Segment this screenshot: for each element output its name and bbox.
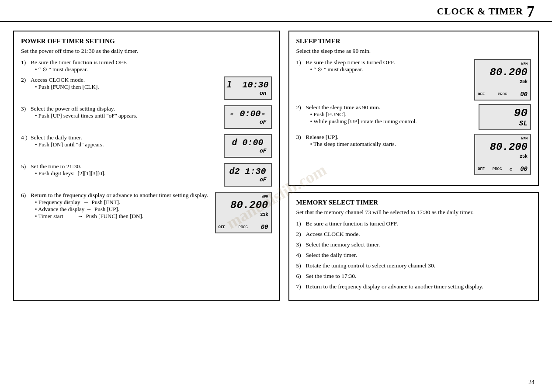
mem-step-6: 6) Set the time to 17:30.: [296, 273, 531, 280]
mem-step-1-content: Be sure a timer function is turned OFF.: [306, 220, 531, 227]
step-5-num: 5): [21, 163, 31, 170]
step-5: 5) Set the time to 21:30. Push digit key…: [21, 163, 272, 188]
sleep-timer-panel: SLEEP TIMER Select the sleep time as 90 …: [288, 31, 539, 186]
off-label: OFF: [219, 225, 226, 229]
step-3-bullet: Push [UP] several times until "oF" appea…: [33, 112, 219, 119]
lcd-sleep-freq-bottom: OFF PROG 00: [478, 91, 528, 98]
step-3-lcd-col: - 0:00- oF: [224, 105, 272, 131]
sleep-step-1-content: Be sure the sleep timer is turned OFF. “…: [306, 59, 531, 101]
mem-step-1-text: Be sure a timer function is turned OFF.: [306, 220, 531, 227]
sleep-step-1-lcd-col: WFM 80.200 25k OFF PROG 00: [474, 59, 531, 101]
step-4-lcd-col: d 0:00 oF: [224, 134, 272, 160]
lcd-step3: - 0:00- oF: [224, 105, 272, 129]
step-4-content: Select the daily timer. Push [DN] until …: [31, 134, 272, 160]
prog-val: 00: [520, 166, 528, 173]
mem-step-1-num: 1): [296, 220, 306, 227]
prog-label: PROG: [493, 167, 502, 171]
step-2: 2) Access CLOCK mode. Push [FUNC] then […: [21, 76, 272, 102]
sleep-step-3: 3) Release [UP]. The sleep timer automat…: [296, 134, 531, 175]
step-3-num: 3): [21, 105, 31, 112]
mem-step-5: 5) Rotate the tuning control to select m…: [296, 262, 531, 269]
lcd-sleep-2-num: 90: [482, 107, 528, 120]
mem-step-3-num: 3): [296, 241, 306, 248]
sleep-step-3-num: 3): [296, 134, 306, 141]
step-6-lcd-col: WFM 80.200 21k OFF PROG 00: [215, 192, 272, 233]
step-2-bullet: Push [FUNC] then [CLK].: [33, 83, 219, 90]
step-6-text: Return to the frequency display or advan…: [31, 192, 211, 199]
wfm-label: WFM: [262, 194, 268, 198]
memory-timer-subtitle: Set that the memory channel 73 will be s…: [296, 209, 531, 216]
mem-step-5-num: 5): [296, 262, 306, 269]
lcd-step2: l 10:30 on: [224, 76, 272, 100]
step-4: 4 ) Select the daily timer. Push [DN] un…: [21, 134, 272, 160]
step-2-text-col: Access CLOCK mode. Push [FUNC] then [CLK…: [31, 76, 219, 90]
lcd-step5: d2 1:30 oF: [224, 163, 272, 187]
step-6-bullet-3: Timer start → Push [FUNC] then [DN].: [33, 213, 211, 220]
lcd-step2-line1: l 10:30: [227, 80, 269, 90]
prog-val: 00: [520, 91, 528, 98]
lcd-sleep-2-sub: SL: [482, 120, 528, 128]
sleep-timer-subtitle: Select the sleep time as 90 min.: [296, 48, 531, 55]
mem-step-2: 2) Access CLOCK mode.: [296, 231, 531, 238]
step-5-text-col: Set the time to 21:30. Push digit keys: …: [31, 163, 219, 177]
step-5-text: Set the time to 21:30.: [31, 163, 219, 170]
mem-step-7: 7) Return to the frequency display or ad…: [296, 283, 531, 290]
mem-step-7-text: Return to the frequency display or advan…: [306, 283, 531, 290]
lcd-sleep-1-freq: WFM 80.200 25k OFF PROG 00: [474, 59, 531, 101]
lcd-step4-line1: d 0:00: [232, 138, 263, 148]
mem-step-3: 3) Select the memory select timer.: [296, 241, 531, 248]
mem-step-4: 4) Select the daily timer.: [296, 252, 531, 259]
sleep-step-2-bullet-1: Push [FUNC].: [309, 111, 475, 118]
lcd-step3-line1: - 0:00-: [229, 109, 266, 119]
sleep-step-1: 1) Be sure the sleep timer is turned OFF…: [296, 59, 531, 101]
sleep-step-1-bullet: “ ⊙ ” must disappear.: [309, 66, 470, 73]
mem-step-3-content: Select the memory select timer.: [306, 241, 531, 248]
prog-label: PROG: [238, 225, 248, 229]
sleep-step-2: 2) Select the sleep time as 90 min. Push…: [296, 104, 531, 130]
main-content: POWER OFF TIMER SETTING Set the power of…: [0, 22, 552, 309]
mem-step-6-num: 6): [296, 273, 306, 280]
step-6-text-col: Return to the frequency display or advan…: [31, 192, 211, 220]
header: CLOCK & TIMER 7: [0, 0, 552, 22]
wfm-label: WFM: [521, 62, 528, 66]
step-5-bullet: Push digit keys: [2][1][3][0].: [33, 170, 219, 177]
lcd-step4-line2: oF: [229, 148, 267, 154]
step-6-num: 6): [21, 192, 31, 199]
step-1-content: Be sure the timer function is turned OFF…: [31, 59, 272, 73]
step-2-text: Access CLOCK mode.: [31, 76, 219, 83]
right-column: SLEEP TIMER Select the sleep time as 90 …: [288, 31, 539, 301]
lcd-sleep-3-freq-bottom: OFF PROG ⊙ 00: [478, 166, 528, 173]
step-3-text: Select the power off setting display.: [31, 105, 219, 112]
mem-step-2-content: Access CLOCK mode.: [306, 231, 531, 238]
step-6-bullet-2: Advance the display → Push [UP].: [33, 206, 211, 213]
mem-step-1: 1) Be sure a timer function is turned OF…: [296, 220, 531, 227]
step-6-content: Return to the frequency display or advan…: [31, 192, 272, 233]
power-off-timer-subtitle: Set the power off time to 21:30 as the d…: [21, 48, 272, 55]
sleep-step-2-num: 2): [296, 104, 306, 111]
mem-step-7-num: 7): [296, 283, 306, 290]
sleep-step-3-content: Release [UP]. The sleep timer automatica…: [306, 134, 531, 175]
prog-label: PROG: [498, 92, 507, 97]
sleep-timer-title: SLEEP TIMER: [296, 38, 531, 45]
power-off-timer-panel: POWER OFF TIMER SETTING Set the power of…: [13, 31, 280, 301]
sleep-step-1-num: 1): [296, 59, 306, 66]
prog-val: 00: [261, 224, 268, 231]
mem-step-2-num: 2): [296, 231, 306, 238]
mem-step-7-content: Return to the frequency display or advan…: [306, 283, 531, 290]
step-1-text: Be sure the timer function is turned OFF…: [31, 59, 272, 66]
lcd-step2-line2: on: [229, 90, 267, 97]
mem-step-6-content: Set the time to 17:30.: [306, 273, 531, 280]
step-6-bullet-1: Frequency display → Push [ENT].: [33, 199, 211, 206]
step-5-content: Set the time to 21:30. Push digit keys: …: [31, 163, 272, 188]
lcd-freq-main: 80.200 21k: [219, 199, 268, 223]
footer: 24: [528, 379, 535, 386]
step-3-content: Select the power off setting display. Pu…: [31, 105, 272, 131]
lcd-sleep-freq-main: 80.200 25k: [478, 66, 528, 90]
mem-step-4-text: Select the daily timer.: [306, 252, 531, 259]
lcd-step3-line2: oF: [229, 119, 267, 125]
mem-step-4-content: Select the daily timer.: [306, 252, 531, 259]
sleep-step-2-content: Select the sleep time as 90 min. Push [F…: [306, 104, 531, 130]
sleep-step-2-bullet-2: While pushing [UP] rotate the tuning con…: [309, 118, 475, 125]
mem-step-2-text: Access CLOCK mode.: [306, 231, 531, 238]
step-4-bullet: Push [DN] until "d" appears.: [33, 141, 219, 148]
